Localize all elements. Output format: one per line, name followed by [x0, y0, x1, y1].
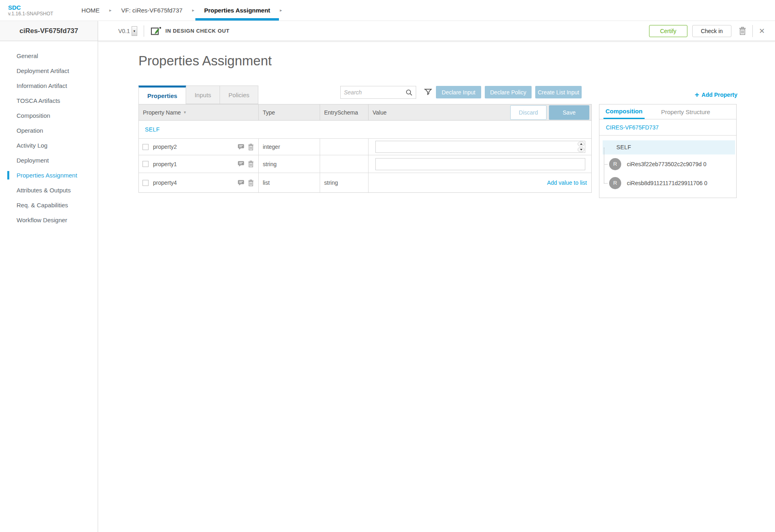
property1-value-input[interactable] — [375, 158, 585, 170]
property-name: property4 — [153, 179, 177, 186]
spinner-down-icon[interactable] — [578, 147, 584, 152]
sub-header: ciRes-VF675fd737 V0.1 ▾ IN DESIGN CHECK … — [0, 21, 775, 41]
chevron-right-icon: ▸ — [280, 8, 282, 13]
chevron-right-icon: ▸ — [192, 8, 195, 13]
chevron-right-icon: ▸ — [109, 8, 112, 13]
breadcrumb-vf[interactable]: VF: ciRes-VF675fd737 — [119, 0, 184, 21]
group-row-self[interactable]: SELF — [139, 121, 591, 139]
sidebar-item-information-artifact[interactable]: Information Artifact — [0, 78, 98, 93]
certify-button[interactable]: Certify — [649, 25, 687, 37]
row-checkbox[interactable] — [142, 180, 149, 186]
sidebar-item-deployment[interactable]: Deployment — [0, 153, 98, 168]
spinner-up-icon[interactable] — [578, 142, 584, 146]
properties-tabs: Properties Inputs Policies — [138, 86, 258, 104]
sidebar-item-activity-log[interactable]: Activity Log — [0, 138, 98, 153]
property-name: property1 — [153, 161, 177, 167]
sidebar-item-composition[interactable]: Composition — [0, 108, 98, 123]
create-list-input-button[interactable]: Create List Input — [535, 86, 582, 98]
add-value-to-list-link[interactable]: Add value to list — [547, 179, 591, 186]
component-breadcrumb[interactable]: CIRES-VF675FD737 — [599, 119, 736, 136]
sidebar-item-properties-assignment[interactable]: Properties Assignment — [0, 168, 98, 183]
delete-row-icon[interactable] — [248, 144, 254, 150]
comment-icon[interactable] — [238, 180, 244, 186]
tab-composition[interactable]: Composition — [603, 104, 645, 119]
breadcrumb-home[interactable]: HOME — [80, 0, 101, 21]
column-property-name[interactable]: Property Name ▾ — [139, 104, 259, 120]
sidebar-item-attributes-outputs[interactable]: Attributes & Outputs — [0, 183, 98, 198]
table-actions: Discard Save — [510, 105, 589, 120]
tree-item-self[interactable]: SELF — [603, 140, 735, 154]
breadcrumb-properties-assignment[interactable]: Properties Assignment — [203, 0, 272, 21]
property-type-cell: list — [259, 173, 320, 192]
tree-item-instance-1[interactable]: R ciRes3f22eb773502c2c9079d 0 — [599, 154, 736, 173]
search-box — [340, 86, 416, 99]
tree-item-instance-2[interactable]: R ciResb8d91121171d29911706 0 — [599, 173, 736, 192]
checkin-button[interactable]: Check in — [692, 25, 731, 37]
sidebar-item-workflow-designer[interactable]: Workflow Designer — [0, 213, 98, 227]
tree-connector-line — [604, 148, 604, 183]
column-property-name-label: Property Name — [143, 109, 181, 116]
tab-properties[interactable]: Properties — [138, 86, 186, 104]
comment-icon[interactable] — [238, 144, 244, 150]
add-property-button[interactable]: + Add Property — [695, 89, 737, 101]
active-tab-underline — [195, 18, 279, 21]
tab-property-structure[interactable]: Property Structure — [659, 104, 712, 119]
entry-schema-cell — [320, 155, 369, 173]
row-checkbox[interactable] — [142, 144, 149, 150]
column-type: Type — [259, 104, 320, 120]
sdc-logo[interactable]: SDC v.1.16.1-SNAPSHOT — [8, 4, 53, 17]
sidebar: General Deployment Artifact Information … — [0, 41, 98, 532]
discard-button[interactable]: Discard — [510, 105, 547, 120]
search-input[interactable] — [341, 89, 406, 96]
declare-policy-button[interactable]: Declare Policy — [485, 86, 532, 98]
column-value-label: Value — [373, 109, 387, 116]
sidebar-item-req-capabilities[interactable]: Req. & Capabilities — [0, 198, 98, 213]
add-property-label: Add Property — [702, 92, 737, 98]
logo-version: v.1.16.1-SNAPSHOT — [8, 11, 53, 17]
property-value-cell — [369, 155, 591, 173]
property-name-cell: property2 — [139, 139, 259, 155]
breadcrumb-home-label: HOME — [82, 7, 100, 14]
entity-name-header: ciRes-VF675fd737 — [0, 21, 98, 41]
number-input-wrap — [375, 141, 585, 153]
entry-schema-cell — [320, 139, 369, 155]
version-label: V0.1 — [118, 28, 130, 34]
sidebar-item-deployment-artifact[interactable]: Deployment Artifact — [0, 63, 98, 78]
row-icons — [238, 144, 258, 150]
properties-table: Property Name ▾ Type EntrySchema Value D… — [138, 104, 592, 193]
version-dropdown[interactable]: ▾ — [132, 26, 137, 36]
chevron-down-icon: ▾ — [134, 29, 136, 33]
tab-inputs[interactable]: Inputs — [186, 86, 220, 104]
sdc-app: SDC v.1.16.1-SNAPSHOT HOME ▸ VF: ciRes-V… — [0, 0, 775, 532]
breadcrumb-vf-label: VF: ciRes-VF675fd737 — [121, 7, 182, 14]
top-bar: SDC v.1.16.1-SNAPSHOT HOME ▸ VF: ciRes-V… — [0, 0, 775, 21]
tree-item-label: ciResb8d91121171d29911706 0 — [627, 180, 707, 186]
row-checkbox[interactable] — [142, 161, 149, 167]
comment-icon[interactable] — [238, 161, 244, 167]
sidebar-item-operation[interactable]: Operation — [0, 123, 98, 138]
sidebar-item-tosca-artifacts[interactable]: TOSCA Artifacts — [0, 93, 98, 108]
delete-row-icon[interactable] — [248, 179, 254, 186]
header-divider — [752, 25, 753, 37]
filter-icon[interactable] — [423, 87, 433, 99]
main-content: Properties Assignment Properties Inputs … — [98, 41, 775, 532]
declare-input-button[interactable]: Declare Input — [436, 86, 481, 98]
sidebar-item-general[interactable]: General — [0, 48, 98, 63]
save-button[interactable]: Save — [549, 105, 589, 120]
composition-tree: SELF R ciRes3f22eb773502c2c9079d 0 R ciR… — [599, 136, 736, 192]
sort-arrow-icon: ▾ — [184, 110, 186, 115]
workspace-header: V0.1 ▾ IN DESIGN CHECK OUT Certify Check… — [98, 21, 775, 41]
close-icon[interactable]: ✕ — [759, 27, 765, 35]
property2-value-input[interactable] — [375, 141, 585, 153]
tree-item-label: ciRes3f22eb773502c2c9079d 0 — [627, 161, 706, 167]
breadcrumb: HOME ▸ VF: ciRes-VF675fd737 ▸ Properties… — [80, 0, 290, 21]
search-icon[interactable] — [406, 89, 416, 96]
tab-policies[interactable]: Policies — [220, 86, 258, 104]
delete-row-icon[interactable] — [248, 161, 254, 167]
property-value-cell — [369, 139, 591, 155]
column-value: Value Discard Save — [369, 104, 591, 120]
number-spinner — [578, 142, 584, 152]
header-actions: Certify Check in ✕ — [649, 25, 775, 37]
in-design-icon — [151, 26, 161, 36]
delete-icon[interactable] — [739, 27, 746, 35]
